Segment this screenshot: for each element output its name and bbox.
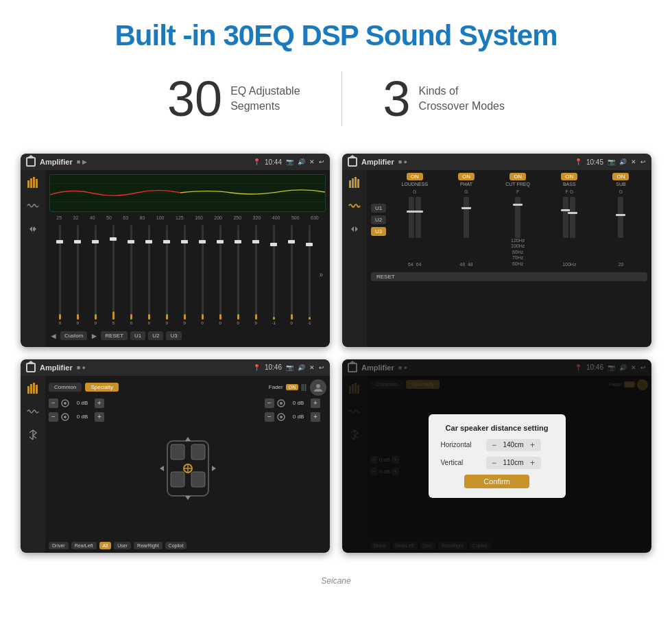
crossover-panel: U1 U2 U3 ON LOUDNESS G [367,170,651,347]
sidebar-3 [21,376,45,553]
eq-label-2: Segments [230,99,300,114]
fader-on[interactable]: ON [286,384,299,390]
cutfreq-toggle[interactable]: ON [509,173,526,180]
left-top-plus[interactable]: + [95,398,104,408]
stats-row: 30 EQ Adjustable Segments 3 Kinds of Cro… [0,64,672,147]
svg-rect-12 [352,178,354,188]
svg-rect-14 [357,179,359,188]
vertical-minus[interactable]: − [490,458,499,468]
screen-dialog: Amplifier ■ ● 📍 10:46 📷 🔊 ✕ ↩ [342,359,651,553]
crossover-stat: 3 Kinds of Crossover Modes [342,74,546,123]
reset-btn-1[interactable]: RESET [101,331,128,340]
camera-icon-2: 📷 [608,158,615,165]
sub-toggle[interactable]: ON [612,173,629,180]
back-icon-1: ↩ [319,158,324,165]
speaker-panel: Common Specialty Fader ON ||| [45,376,330,553]
phat-toggle[interactable]: ON [458,173,475,180]
horizontal-plus[interactable]: + [529,440,537,450]
copilot-btn[interactable]: Copilot [165,542,187,549]
home-icon-3[interactable] [26,363,36,372]
vertical-value: 110cm [501,459,526,466]
vertical-ctrl: − 110cm + [486,457,541,469]
bt-icon[interactable] [26,428,40,442]
horizontal-label: Horizontal [441,441,482,449]
right-top-minus[interactable]: − [265,398,274,408]
vertical-row: Vertical − 110cm + [441,457,553,469]
bass-toggle[interactable]: ON [561,173,577,180]
vol-icon[interactable] [26,222,40,236]
wave-icon[interactable] [26,199,40,213]
rearright-btn[interactable]: RearRight [134,542,163,549]
vol-icon-2[interactable] [348,222,361,236]
svg-rect-17 [27,386,29,394]
prev-btn[interactable]: ◄ [49,331,58,341]
crossover-label-1: Kinds of [419,84,505,99]
right-bot-minus[interactable]: − [265,412,274,422]
svg-marker-35 [185,496,191,500]
user-btn[interactable]: User [114,542,131,549]
close-icon-3: ✕ [309,364,315,371]
all-btn[interactable]: All [99,542,112,549]
back-icon-2: ↩ [640,158,646,165]
u2-preset[interactable]: U2 [371,215,386,224]
loudness-toggle[interactable]: ON [407,173,423,180]
u1-preset[interactable]: U1 [371,204,386,213]
vertical-plus[interactable]: + [529,458,537,468]
reset-btn-2[interactable]: RESET [371,272,647,281]
specialty-tab[interactable]: Specialty [85,383,118,392]
eq-label-1: EQ Adjustable [230,84,300,99]
time-1: 10:44 [265,158,282,166]
custom-btn[interactable]: Custom [60,331,88,340]
svg-marker-6 [34,226,36,232]
status-bar-2: Amplifier ■ ● 📍 10:45 📷 🔊 ✕ ↩ [342,154,651,170]
horizontal-value: 140cm [501,441,526,449]
right-bot-plus[interactable]: + [311,412,320,422]
u1-btn[interactable]: U1 [130,331,145,340]
wave-icon-3[interactable] [26,405,40,418]
screen-crossover: Amplifier ■ ● 📍 10:45 📷 🔊 ✕ ↩ [342,154,651,347]
left-top-db: − 0 dB + [49,398,110,408]
left-bot-plus[interactable]: + [95,412,104,422]
filter-icon[interactable] [348,176,361,189]
u2-btn[interactable]: U2 [148,331,163,340]
svg-rect-27 [171,444,184,460]
right-top-plus[interactable]: + [311,398,320,408]
svg-rect-20 [36,385,38,394]
eq-icon-3[interactable] [26,381,40,395]
distance-dialog: Car speaker distance setting Horizontal … [429,414,566,498]
time-3: 10:46 [265,363,282,371]
eq-panel: 2532405063 80100125160200 25032040050063… [45,170,330,347]
svg-rect-0 [27,180,29,188]
home-icon-1[interactable] [26,157,36,167]
left-top-db-val: 0 dB [72,400,93,406]
eq-number: 30 [167,74,222,123]
right-top-db-val: 0 dB [288,400,309,406]
left-bot-minus[interactable]: − [49,412,58,422]
left-top-minus[interactable]: − [49,398,58,408]
eq-icon[interactable] [26,176,40,189]
driver-btn[interactable]: Driver [49,542,69,549]
left-bot-db-val: 0 dB [72,414,93,420]
svg-rect-13 [355,177,357,188]
back-icon-3: ↩ [319,364,324,371]
horizontal-ctrl: − 140cm + [486,439,541,451]
home-icon-2[interactable] [348,157,357,167]
play-btn[interactable]: ► [90,331,98,341]
common-tab[interactable]: Common [49,383,82,392]
svg-rect-3 [36,179,38,188]
u3-preset[interactable]: U3 [371,227,386,236]
svg-marker-34 [185,437,191,441]
svg-marker-4 [29,226,32,232]
volume-icon-2: 🔊 [619,158,627,165]
confirm-button[interactable]: Confirm [464,475,529,488]
u3-btn[interactable]: U3 [166,331,181,340]
user-icon[interactable] [310,379,326,396]
svg-rect-30 [191,472,205,487]
svg-point-23 [64,402,67,405]
horizontal-minus[interactable]: − [490,440,499,450]
svg-marker-37 [212,466,216,471]
svg-point-41 [280,416,283,418]
wave-icon-2[interactable] [348,199,361,213]
sidebar-2 [342,170,367,347]
rearleft-btn[interactable]: RearLeft [71,542,97,549]
